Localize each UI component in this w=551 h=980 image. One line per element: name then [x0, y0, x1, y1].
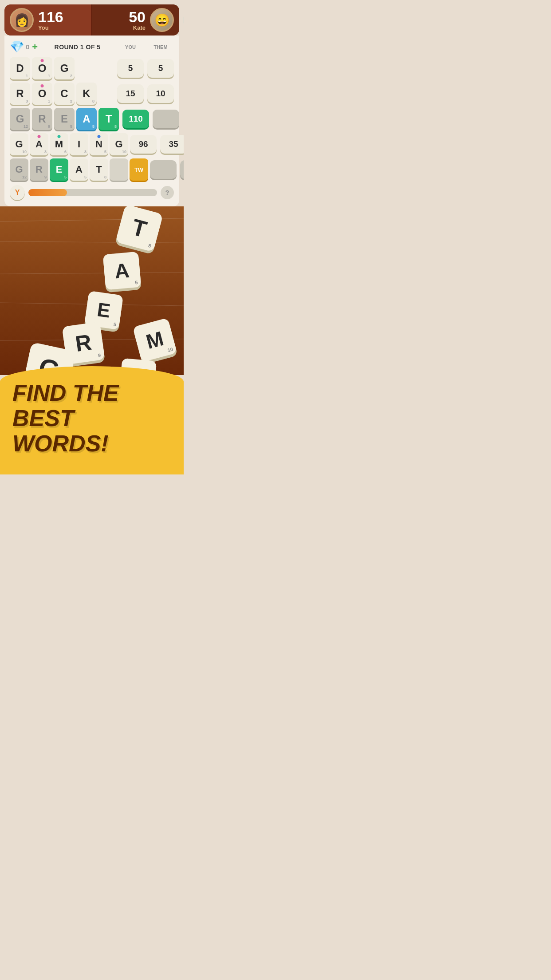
player-them-section: 50 Kate 😄	[92, 4, 179, 36]
tile-grey: R9	[32, 108, 52, 130]
y-badge: Y	[10, 185, 25, 200]
score-cell-highlight: 110	[122, 110, 149, 128]
word-row-1: D1 O1 G2 5 5	[10, 57, 174, 79]
tile: T8	[90, 158, 108, 181]
tile: A3	[30, 133, 48, 155]
bottom-section: FIND THE BEST WORDS!	[0, 366, 184, 474]
word-row-5: G12 R9 E5 A5 T8 TW	[10, 158, 174, 181]
avatar-you: 👩	[10, 8, 34, 32]
gem-icon: 💎	[10, 40, 24, 54]
tile-empty	[110, 158, 128, 181]
tile-grey: R9	[30, 158, 48, 181]
score-bar: 👩 116 You 50 Kate 😄	[4, 4, 179, 36]
progress-bar	[28, 189, 157, 196]
tagline: FIND THE BEST WORDS!	[12, 380, 171, 457]
tile: M6	[50, 133, 68, 155]
score-you: 116	[38, 9, 63, 24]
col-you-header: YOU	[117, 44, 144, 50]
tile: O1	[32, 83, 52, 105]
score-cell-empty	[180, 160, 184, 179]
score-cell-empty	[153, 110, 179, 128]
tile: O1	[32, 57, 52, 79]
falling-section: T8 A5 E5 R9 G12 M10 C3	[0, 206, 184, 375]
tile: I3	[70, 133, 88, 155]
word-row-3: G12 R9 E5 A5 T8 110	[10, 108, 174, 130]
tile: G10	[10, 133, 28, 155]
tile: R3	[10, 83, 30, 105]
tile: G10	[110, 133, 128, 155]
tile: D1	[10, 57, 30, 79]
game-board: 💎 0 + ROUND 1 OF 5 YOU THEM D1 O1 G2 5 5…	[4, 36, 179, 206]
word-row-4: G10 A3 M6 I3 N5 G10 96 35	[10, 133, 174, 155]
score-them: 50	[129, 9, 146, 24]
player-you-section: 👩 116 You	[4, 4, 91, 36]
score-cell: 10	[147, 84, 174, 103]
player-you-name: You	[38, 24, 63, 31]
tile-grey: E5	[54, 108, 75, 130]
settings-button[interactable]: ⚙	[183, 12, 184, 28]
score-cell: 35	[160, 135, 184, 154]
tile-green: E5	[50, 158, 68, 181]
falling-tile-a: A5	[103, 252, 142, 290]
tile: K8	[76, 83, 97, 105]
tile-green: T8	[98, 108, 119, 130]
score-cell: 5	[117, 59, 144, 78]
avatar-them: 😄	[150, 8, 174, 32]
word-row-2: R3 O1 C2 K8 15 10	[10, 83, 174, 105]
round-label: ROUND 1 OF 5	[38, 43, 117, 51]
score-cell-empty	[150, 160, 177, 179]
score-cell: 96	[130, 135, 157, 154]
progress-row: Y ?	[10, 185, 174, 200]
tile-yellow-tw: TW	[130, 158, 148, 181]
gem-container: 💎 0 +	[10, 40, 38, 54]
tile-grey: G12	[10, 108, 30, 130]
tile-grey: G12	[10, 158, 28, 181]
gem-count: 0	[26, 43, 29, 51]
tile: G2	[54, 57, 75, 79]
tile: C2	[54, 83, 75, 105]
col-them-header: THEM	[147, 44, 174, 50]
score-cell: 5	[147, 59, 174, 78]
header: 👩 116 You 50 Kate 😄 ⚙	[4, 4, 179, 36]
gem-add-button[interactable]: +	[32, 41, 38, 53]
tile: A5	[70, 158, 88, 181]
tile-blue: A5	[76, 108, 97, 130]
score-cell: 15	[117, 84, 144, 103]
tile: N5	[90, 133, 108, 155]
help-button[interactable]: ?	[161, 186, 174, 199]
player-them-name: Kate	[129, 24, 146, 31]
progress-fill	[28, 189, 67, 196]
